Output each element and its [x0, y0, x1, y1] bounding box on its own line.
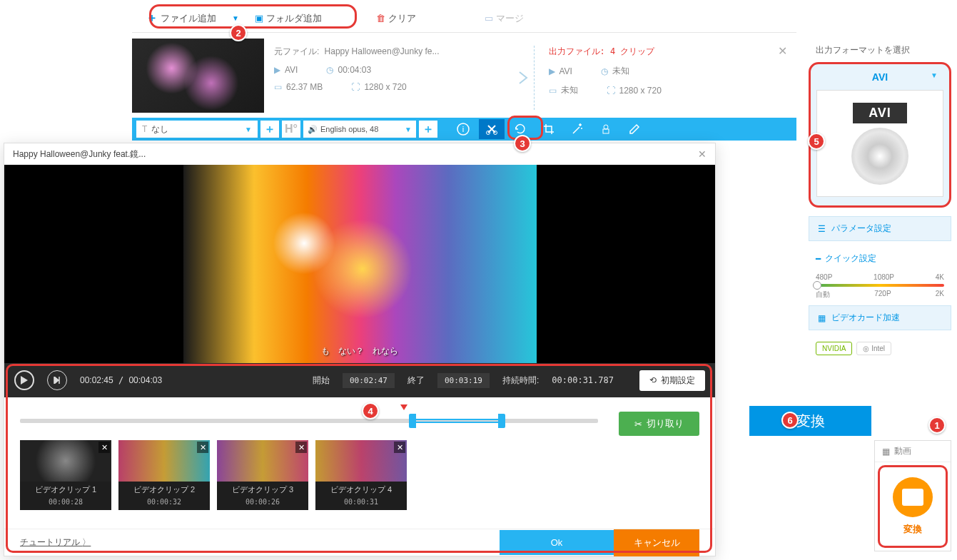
- clip-thumbnail: ✕: [20, 440, 111, 482]
- clip-thumbnail: ✕: [315, 440, 407, 482]
- clip-card[interactable]: ✕ ビデオクリップ 4 00:00:31: [315, 440, 407, 510]
- remove-clip-icon[interactable]: ✕: [98, 442, 110, 453]
- gpu-label: ビデオカード加速: [831, 312, 900, 324]
- merge-icon: ▭: [485, 13, 493, 24]
- tab-label: 動画: [894, 445, 911, 457]
- res-2k: 2K: [936, 290, 944, 300]
- play-button[interactable]: [14, 370, 34, 390]
- clock-icon: ◷: [326, 65, 333, 75]
- clip-thumbnail: ✕: [118, 440, 210, 482]
- cancel-button[interactable]: キャンセル: [614, 529, 699, 556]
- mode-tabs: ▦ 動画 変換: [874, 440, 951, 551]
- parameter-settings-button[interactable]: ☰ パラメータ設定: [809, 216, 951, 241]
- source-size: 62.37 MB: [286, 82, 323, 92]
- convert-tab[interactable]: 変換: [878, 465, 948, 548]
- merge-button[interactable]: ▭ マージ: [479, 9, 530, 28]
- scissors-icon: ✂: [634, 419, 642, 429]
- clip-label: ビデオクリップ 4: [315, 482, 407, 498]
- refresh-icon: ⟲: [649, 375, 657, 385]
- res-auto: 自動: [816, 290, 830, 300]
- remove-clip-icon[interactable]: ✕: [394, 442, 405, 453]
- clear-label: クリア: [388, 12, 416, 25]
- info-button[interactable]: i: [450, 119, 476, 139]
- chevron-down-icon: ▼: [245, 126, 252, 133]
- clips-row: ✕ ビデオクリップ 1 00:00:28 ✕ ビデオクリップ 2 00:00:3…: [4, 434, 715, 516]
- output-sidebar: 出力フォーマットを選択 AVI ▼ AVI ☰ パラメータ設定 ━ クイック設定…: [809, 39, 951, 360]
- source-resolution: 1280 x 720: [364, 82, 406, 92]
- add-folder-label: フォルダ追加: [266, 12, 322, 25]
- video-frame[interactable]: も ない？ れなら: [183, 165, 537, 363]
- action-bar: T なし ▼ ＋ H° 🔊 English opus, 48 ▼ ＋ i: [132, 118, 796, 141]
- quality-slider[interactable]: 480P 1080P 4K 自動 720P 2K: [809, 269, 951, 305]
- output-format: AVI: [559, 66, 572, 76]
- end-time-input[interactable]: 00:03:19: [437, 373, 490, 388]
- remove-clip-icon[interactable]: ✕: [295, 442, 307, 453]
- audio-track-select[interactable]: 🔊 English opus, 48 ▼: [303, 121, 416, 138]
- add-subtitle-button[interactable]: ＋: [260, 121, 279, 138]
- convert-button[interactable]: 変換: [749, 406, 871, 436]
- playhead-marker[interactable]: [400, 404, 407, 410]
- subtitle-value: なし: [151, 123, 168, 136]
- svg-text:i: i: [462, 125, 464, 133]
- source-duration: 00:04:03: [338, 65, 371, 75]
- video-subtitle: も ない？ れなら: [321, 345, 398, 357]
- format-card[interactable]: AVI ▼ AVI: [809, 62, 951, 208]
- video-thumbnail[interactable]: [132, 39, 264, 113]
- callout-6: 6: [781, 412, 799, 429]
- clip-card[interactable]: ✕ ビデオクリップ 2 00:00:32: [118, 440, 210, 510]
- close-icon[interactable]: ✕: [778, 44, 787, 58]
- arrow-icon: [512, 46, 534, 110]
- tutorial-link[interactable]: チュートリアル 〉: [20, 536, 91, 549]
- clip-thumbnail: ✕: [217, 440, 308, 482]
- reset-button[interactable]: ⟲ 初期設定: [639, 370, 705, 391]
- plus-icon: ━: [816, 254, 821, 264]
- folder-icon: ▭: [549, 86, 557, 96]
- cut-clip-button[interactable]: ✂ 切り取り: [619, 412, 699, 436]
- clear-button[interactable]: 🗑 クリア: [370, 9, 422, 28]
- format-dropdown[interactable]: AVI ▼: [816, 68, 943, 86]
- duration-label: 持続時間:: [502, 375, 539, 387]
- remove-clip-icon[interactable]: ✕: [197, 442, 208, 453]
- clip-card[interactable]: ✕ ビデオクリップ 3 00:00:26: [217, 440, 308, 510]
- clock-icon: ◷: [601, 66, 608, 76]
- film-icon: ▦: [882, 447, 890, 457]
- clip-card[interactable]: ✕ ビデオクリップ 1 00:00:28: [20, 440, 111, 510]
- watermark-button[interactable]: [593, 119, 619, 139]
- format-section-title: 出力フォーマットを選択: [809, 39, 951, 62]
- convert-tab-label: 変換: [886, 523, 940, 536]
- add-folder-button[interactable]: ▣ フォルダ追加: [249, 9, 328, 28]
- add-file-button[interactable]: ＋ ファイル追加: [141, 8, 222, 29]
- quick-settings-label: ━ クイック設定: [809, 248, 951, 269]
- dimensions-icon: ⛶: [351, 82, 360, 92]
- clip-label: ビデオクリップ 3: [217, 482, 308, 498]
- subtitle-settings-button[interactable]: H°: [282, 121, 300, 138]
- start-time-input[interactable]: 00:02:47: [343, 373, 395, 388]
- timeline: ✂ 切り取り: [4, 397, 715, 434]
- folder-icon: ▣: [255, 13, 263, 24]
- cut-button[interactable]: [479, 119, 505, 139]
- end-handle[interactable]: [498, 414, 505, 428]
- crop-button[interactable]: [536, 119, 562, 139]
- chevron-down-icon[interactable]: ▼: [232, 14, 239, 22]
- clip-time: 00:00:32: [118, 498, 210, 510]
- slider-handle[interactable]: [813, 281, 821, 290]
- gpu-accel-button[interactable]: ▦ ビデオカード加速: [809, 305, 951, 330]
- sliders-icon: ☰: [818, 224, 826, 234]
- clip-time: 00:00:31: [315, 498, 407, 510]
- start-handle[interactable]: [409, 414, 416, 428]
- output-duration: 未知: [612, 65, 629, 77]
- ok-button[interactable]: Ok: [500, 530, 614, 555]
- svg-rect-4: [603, 129, 609, 133]
- add-audio-button[interactable]: ＋: [419, 121, 437, 138]
- format-icon: ▶: [549, 66, 555, 76]
- edit-button[interactable]: [622, 119, 647, 139]
- chevron-down-icon: ▼: [405, 126, 412, 133]
- effects-button[interactable]: [564, 119, 590, 139]
- res-480p: 480P: [816, 273, 832, 281]
- step-button[interactable]: [47, 370, 67, 390]
- close-icon[interactable]: ✕: [698, 148, 707, 160]
- subtitle-select[interactable]: T なし ▼: [136, 121, 258, 138]
- timeline-track[interactable]: [20, 419, 598, 423]
- tab-video[interactable]: ▦ 動画: [875, 441, 951, 462]
- nvidia-badge: NVIDIA: [816, 342, 852, 355]
